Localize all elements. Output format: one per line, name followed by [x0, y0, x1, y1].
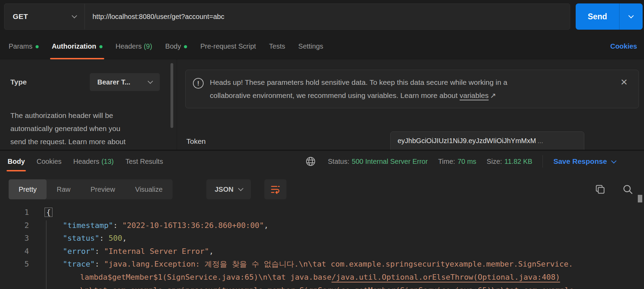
code-token: "2022-10-16T13:36:26.860+00:00"	[122, 221, 264, 230]
cookies-link[interactable]: Cookies	[610, 33, 637, 59]
response-tab-test-results[interactable]: Test Results	[119, 151, 169, 172]
auth-pane-scrollbar[interactable]	[170, 63, 173, 128]
response-meta: Status:500 Internal Server Error Time:70…	[328, 151, 616, 172]
line-number: 3	[0, 232, 29, 245]
method-select[interactable]: GET	[4, 4, 85, 29]
wrap-text-icon	[270, 183, 281, 195]
line-number	[0, 271, 29, 284]
save-response-chevron-icon	[611, 158, 616, 163]
response-scrollbar[interactable]	[638, 195, 642, 202]
time-badge: Time:70 ms	[438, 158, 476, 166]
response-toolbar: PrettyRawPreviewVisualize JSON	[0, 172, 644, 205]
request-url-bar: GET http://localhost:8080/user/get?accou…	[0, 0, 644, 33]
banner-line: Heads up! These parameters hold sensitiv…	[210, 76, 607, 89]
line-number: 5	[0, 258, 29, 271]
request-tab-pre-request-script[interactable]: Pre-request Script	[194, 33, 262, 59]
request-tab-body[interactable]: Body	[159, 33, 194, 59]
line-number: 4	[0, 245, 29, 258]
tab-label: Test Results	[125, 158, 163, 166]
code-lines: 1{2"timestamp": "2022-10-16T13:36:26.860…	[0, 206, 644, 289]
code-token: \n\tat com.example.springsecurityexample…	[80, 286, 574, 289]
code-content: "trace": "java.lang.Exception: 계정을 찾을 수 …	[29, 258, 573, 271]
code-token: lambda$getMember$1(SignService.java:65)\…	[80, 273, 331, 281]
response-section: BodyCookiesHeaders(13)Test Results Statu…	[0, 150, 644, 289]
format-select[interactable]: JSON	[206, 179, 251, 199]
code-line: 5"trace": "java.lang.Exception: 계정을 찾을 수…	[0, 258, 644, 271]
request-tab-authorization[interactable]: Authorization	[45, 33, 109, 59]
code-token: ,	[209, 247, 214, 256]
format-label: JSON	[215, 186, 233, 193]
wrap-text-button[interactable]	[264, 179, 286, 199]
code-token: :	[95, 260, 104, 268]
request-tab-settings[interactable]: Settings	[292, 33, 330, 59]
view-tab-preview[interactable]: Preview	[80, 179, 125, 199]
unsaved-dot	[184, 45, 187, 48]
tab-label: Body	[8, 158, 25, 166]
send-chevron-icon	[628, 13, 634, 19]
request-tab-tests[interactable]: Tests	[263, 33, 292, 59]
token-ellipsis: ...	[537, 137, 543, 145]
code-token: "Internal Server Error"	[104, 247, 209, 256]
code-line: 3"status": 500,	[0, 232, 644, 245]
auth-type-select[interactable]: Bearer T...	[90, 73, 160, 91]
request-tabs: ParamsAuthorizationHeaders(9)BodyPre-req…	[2, 33, 330, 59]
view-mode-control: PrettyRawPreviewVisualize	[9, 179, 173, 199]
tab-label: Cookies	[37, 158, 61, 166]
code-content: "status": 500,	[29, 232, 127, 245]
authorization-panel: Type Bearer T... The authorization heade…	[0, 59, 644, 150]
code-token: :	[99, 234, 109, 242]
unsaved-dot	[36, 45, 39, 48]
auth-description-line: send the request. Learn more about	[10, 135, 162, 148]
code-line: \n\tat com.example.springsecurityexample…	[0, 284, 644, 289]
banner-line: collaborative environment, we recommend …	[210, 89, 607, 102]
code-line: 4"error": "Internal Server Error",	[0, 245, 644, 258]
code-token: "status"	[63, 234, 99, 242]
variables-link[interactable]: variables	[460, 91, 489, 99]
auth-type-pane: Type Bearer T... The authorization heade…	[0, 59, 177, 150]
code-token: "error"	[63, 247, 95, 256]
auth-type-label: Type	[10, 78, 27, 86]
token-input[interactable]: eyJhbGciOiJIUzI1NiJ9.eyJzdWIiOiJhYmMxM .…	[390, 131, 584, 150]
send-label: Send	[576, 12, 619, 21]
tab-label: Headers	[73, 158, 99, 166]
indent-guide	[46, 220, 47, 289]
code-line: 1{	[0, 206, 644, 219]
response-tab-cookies[interactable]: Cookies	[31, 151, 67, 172]
search-icon[interactable]	[622, 183, 634, 195]
auth-description-line: The authorization header will be	[10, 109, 162, 122]
response-tab-body[interactable]: Body	[2, 151, 31, 172]
globe-icon[interactable]	[305, 156, 316, 167]
request-tab-params[interactable]: Params	[2, 33, 45, 59]
tab-label: Headers	[116, 42, 142, 50]
send-options-button[interactable]	[619, 16, 643, 18]
copy-icon[interactable]	[594, 183, 606, 195]
code-token: ,	[264, 221, 269, 230]
method-label: GET	[13, 12, 28, 21]
url-container: GET http://localhost:8080/user/get?accou…	[4, 3, 570, 30]
auth-type-value: Bearer T...	[97, 78, 130, 86]
url-input[interactable]: http://localhost:8080/user/get?account=a…	[85, 4, 570, 29]
code-token: "timestamp"	[63, 221, 113, 230]
send-button[interactable]: Send	[576, 3, 643, 30]
method-chevron-icon	[72, 13, 77, 19]
status-badge: Status:500 Internal Server Error	[328, 158, 428, 166]
save-response-label: Save Response	[553, 157, 607, 166]
meta-divider	[543, 155, 543, 168]
auth-type-chevron-icon	[148, 79, 153, 84]
auth-description-line: automatically generated when you	[10, 122, 162, 135]
tab-label: Settings	[298, 42, 323, 50]
size-badge: Size:11.82 KB	[487, 158, 532, 166]
close-icon[interactable]: ×	[621, 76, 627, 88]
view-tab-visualize[interactable]: Visualize	[125, 179, 173, 199]
save-response-button[interactable]: Save Response	[553, 157, 615, 166]
request-tab-headers[interactable]: Headers(9)	[109, 33, 159, 59]
response-tab-headers[interactable]: Headers(13)	[67, 151, 119, 172]
code-content: \n\tat com.example.springsecurityexample…	[29, 284, 574, 289]
view-tab-raw[interactable]: Raw	[47, 179, 80, 199]
view-tab-pretty[interactable]: Pretty	[9, 179, 47, 199]
tab-label: Tests	[269, 42, 285, 50]
stack-trace-link[interactable]: /java.util.Optional.orElseThrow(Optional…	[331, 273, 560, 281]
response-header: BodyCookiesHeaders(13)Test Results Statu…	[0, 151, 644, 172]
code-token: {	[45, 208, 52, 217]
code-token: ,	[122, 234, 127, 242]
